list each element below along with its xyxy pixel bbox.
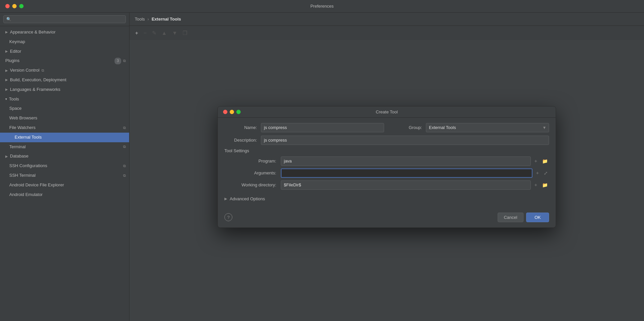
- sidebar-item-external-tools[interactable]: External Tools: [0, 133, 129, 142]
- dialog-close-button[interactable]: [223, 110, 227, 114]
- chevron-icon: ▶: [5, 30, 8, 35]
- sidebar-item-label: Terminal: [9, 144, 26, 151]
- sidebar-item-languages[interactable]: ▶ Languages & Frameworks: [0, 85, 129, 95]
- sidebar-item-label: Appearance & Behavior: [10, 29, 55, 36]
- dialog-maximize-button[interactable]: [236, 110, 241, 114]
- window-title: Preferences: [310, 4, 334, 9]
- working-dir-add-button[interactable]: ＋: [532, 181, 539, 189]
- cancel-button[interactable]: Cancel: [498, 213, 523, 222]
- arguments-add-button[interactable]: ＋: [534, 169, 541, 177]
- sidebar-item-database[interactable]: ▶ Database: [0, 152, 129, 161]
- remove-tool-button[interactable]: −: [141, 29, 149, 37]
- name-label: Name:: [224, 125, 261, 130]
- sidebar-item-tools[interactable]: ▾ Tools: [0, 95, 129, 104]
- sidebar-item-label: SSH Terminal: [9, 172, 36, 179]
- program-add-button[interactable]: ＋: [532, 158, 539, 165]
- breadcrumb: Tools › External Tools: [129, 13, 644, 26]
- sidebar-item-plugins[interactable]: Plugins 3 ⧉: [0, 56, 129, 66]
- arguments-row: Arguments: ＋ ⤢: [224, 168, 549, 178]
- edit-tool-button[interactable]: ✎: [150, 29, 159, 37]
- program-folder-button[interactable]: 📁: [541, 158, 549, 164]
- arguments-input-wrapper: ＋ ⤢: [281, 168, 549, 178]
- footer-buttons: Cancel OK: [498, 213, 549, 222]
- sidebar-item-label: Web Browsers: [9, 115, 37, 122]
- description-row: Description:: [224, 136, 549, 145]
- sidebar-item-label: Plugins: [5, 57, 20, 64]
- copy-tool-button[interactable]: ❐: [180, 29, 190, 37]
- description-label: Description:: [224, 138, 261, 143]
- window-icon: ⧉: [123, 125, 126, 131]
- toolbar: + − ✎ ▲ ▼ ❐: [129, 26, 644, 40]
- main-layout: ▶ Appearance & Behavior Keymap ▶ Editor …: [0, 13, 644, 321]
- arguments-expand-button[interactable]: ⤢: [542, 170, 549, 176]
- dialog-minimize-button[interactable]: [230, 110, 234, 114]
- sidebar-item-ssh-terminal[interactable]: SSH Terminal ⧉: [0, 171, 129, 180]
- sidebar-item-label: Android Device File Explorer: [9, 182, 64, 189]
- sidebar-item-label: Space: [9, 105, 22, 112]
- sidebar-item-label: SSH Configurations: [9, 162, 47, 169]
- program-input[interactable]: [281, 157, 531, 166]
- tool-settings-title: Tool Settings: [224, 148, 549, 153]
- sidebar-item-label: Database: [10, 153, 29, 160]
- working-dir-input[interactable]: [281, 180, 531, 190]
- sidebar-item-label: Editor: [10, 48, 21, 55]
- working-dir-label: Working directory:: [224, 182, 281, 187]
- breadcrumb-parent: Tools: [135, 17, 145, 22]
- sidebar-item-terminal[interactable]: Terminal ⧉: [0, 142, 129, 152]
- name-group: Name:: [224, 123, 384, 132]
- breadcrumb-separator: ›: [147, 17, 149, 22]
- sidebar-item-android-emulator[interactable]: Android Emulator: [0, 190, 129, 200]
- search-bar[interactable]: [0, 13, 129, 26]
- tool-settings-section: Tool Settings Program: ＋ 📁: [224, 148, 549, 190]
- sidebar-item-ssh-configurations[interactable]: SSH Configurations ⧉: [0, 161, 129, 171]
- sidebar-item-web-browsers[interactable]: Web Browsers: [0, 113, 129, 123]
- search-input[interactable]: [3, 15, 126, 23]
- sidebar-item-label: Languages & Frameworks: [10, 86, 60, 93]
- working-dir-folder-button[interactable]: 📁: [541, 182, 549, 188]
- sidebar-item-appearance-behavior[interactable]: ▶ Appearance & Behavior: [0, 28, 129, 37]
- sidebar-item-android-device[interactable]: Android Device File Explorer: [0, 180, 129, 190]
- sidebar-item-build[interactable]: ▶ Build, Execution, Deployment: [0, 75, 129, 85]
- minimize-button[interactable]: [12, 4, 17, 8]
- chevron-icon: ▶: [5, 68, 8, 73]
- group-select-wrapper: External Tools ▼: [426, 123, 549, 132]
- advanced-options-row[interactable]: ▶ Advanced Options: [224, 194, 549, 204]
- name-group-row: Name: Group: External Tools ▼: [224, 123, 549, 132]
- move-up-button[interactable]: ▲: [159, 29, 169, 37]
- program-input-icons: ＋ 📁: [532, 158, 549, 165]
- arguments-label: Arguments:: [224, 170, 281, 175]
- sidebar-item-label: Keymap: [9, 38, 25, 45]
- plugins-badge: 3: [115, 58, 121, 64]
- sidebar-item-label: External Tools: [15, 134, 41, 141]
- dialog-traffic-lights: [223, 110, 241, 114]
- group-select[interactable]: External Tools: [426, 123, 549, 132]
- close-button[interactable]: [5, 4, 10, 8]
- advanced-options-label: Advanced Options: [230, 196, 265, 201]
- chevron-right-icon: ▶: [224, 197, 227, 201]
- sidebar-item-editor[interactable]: ▶ Editor: [0, 47, 129, 56]
- window-icon: ⧉: [41, 68, 44, 74]
- help-button[interactable]: ?: [224, 213, 232, 221]
- arguments-input[interactable]: [281, 168, 532, 178]
- window-icon: ⧉: [123, 163, 126, 169]
- sidebar-content: ▶ Appearance & Behavior Keymap ▶ Editor …: [0, 26, 129, 321]
- window-traffic-lights: [5, 4, 24, 8]
- sidebar-item-keymap[interactable]: Keymap: [0, 37, 129, 47]
- move-down-button[interactable]: ▼: [170, 29, 180, 37]
- name-input[interactable]: [261, 123, 384, 132]
- chevron-icon: ▶: [5, 77, 8, 83]
- sidebar-item-label: Tools: [9, 96, 19, 103]
- sidebar-item-version-control[interactable]: ▶ Version Control ⧉: [0, 66, 129, 75]
- ok-button[interactable]: OK: [526, 213, 549, 222]
- description-input[interactable]: [261, 136, 549, 145]
- maximize-button[interactable]: [19, 4, 24, 8]
- chevron-icon: ▶: [5, 49, 8, 54]
- sidebar: ▶ Appearance & Behavior Keymap ▶ Editor …: [0, 13, 129, 321]
- sidebar-item-file-watchers[interactable]: File Watchers ⧉: [0, 123, 129, 133]
- working-dir-input-icons: ＋ 📁: [532, 181, 549, 189]
- working-dir-row: Working directory: ＋ 📁: [224, 180, 549, 190]
- create-tool-dialog: Create Tool Name: Group:: [217, 106, 556, 228]
- sidebar-item-space[interactable]: Space: [0, 104, 129, 113]
- program-row: Program: ＋ 📁: [224, 157, 549, 166]
- add-tool-button[interactable]: +: [133, 29, 140, 37]
